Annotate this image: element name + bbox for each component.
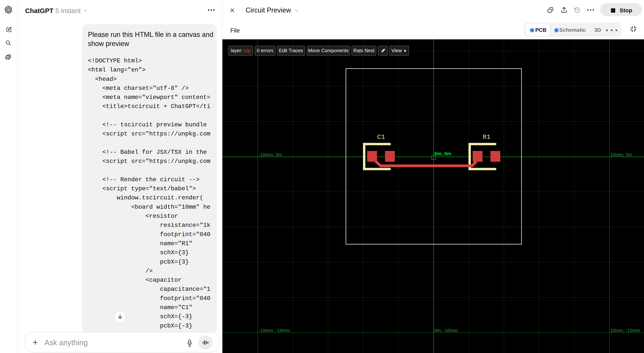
svg-text:0m, 0m: 0m, 0m	[434, 151, 451, 156]
svg-text:-10mm, -10mm: -10mm, -10mm	[259, 328, 290, 333]
svg-text:10mm, -10mm: 10mm, -10mm	[610, 328, 640, 333]
svg-text:-10mm, 0m: -10mm, 0m	[259, 152, 282, 157]
svg-text:0m, -10mm: 0m, -10mm	[434, 328, 458, 333]
svg-text:R1: R1	[483, 134, 490, 141]
svg-text:C1: C1	[377, 134, 385, 141]
svg-text:10mm, 0m: 10mm, 0m	[610, 152, 632, 157]
